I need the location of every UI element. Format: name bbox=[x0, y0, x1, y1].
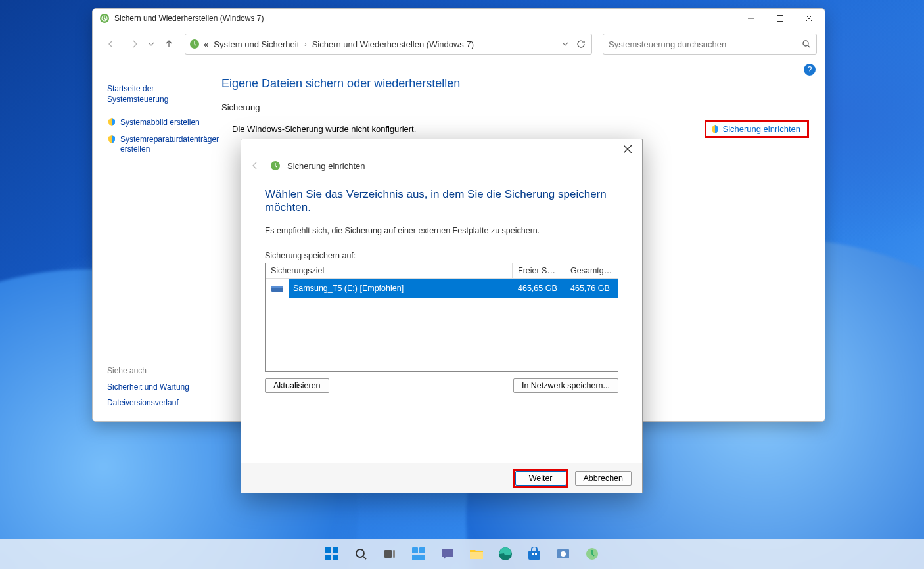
dialog-heading: Wählen Sie das Verzeichnis aus, in dem S… bbox=[265, 188, 618, 214]
svg-rect-12 bbox=[384, 550, 392, 558]
refresh-drives-button[interactable]: Aktualisieren bbox=[265, 378, 329, 393]
edge-icon[interactable] bbox=[493, 541, 518, 566]
widgets-icon[interactable] bbox=[406, 541, 431, 566]
breadcrumb-root-sep: « bbox=[204, 39, 208, 49]
task-view-icon[interactable] bbox=[377, 541, 402, 566]
help-icon[interactable]: ? bbox=[804, 64, 816, 76]
svg-rect-7 bbox=[325, 547, 331, 553]
window-title: Sichern und Wiederherstellen (Windows 7) bbox=[114, 14, 264, 23]
backup-app-icon bbox=[270, 160, 281, 171]
search-input[interactable] bbox=[609, 39, 802, 49]
close-button[interactable] bbox=[795, 9, 823, 28]
search-box[interactable] bbox=[603, 34, 817, 55]
sidebar-security-maintenance[interactable]: Sicherheit und Wartung bbox=[107, 379, 212, 395]
svg-rect-15 bbox=[419, 547, 425, 553]
drives-table-label: Sicherung speichern auf: bbox=[265, 251, 618, 260]
svg-rect-10 bbox=[333, 555, 338, 560]
sidebar-cp-home[interactable]: Startseite der Systemsteuerung bbox=[107, 81, 212, 108]
svg-rect-20 bbox=[528, 551, 540, 560]
taskbar-search-icon[interactable] bbox=[348, 541, 373, 566]
shield-icon bbox=[107, 135, 116, 144]
maximize-button[interactable] bbox=[766, 9, 795, 28]
svg-rect-13 bbox=[393, 550, 395, 558]
dialog-title: Sicherung einrichten bbox=[287, 161, 365, 171]
sidebar-see-also-heading: Siehe auch bbox=[107, 362, 212, 379]
svg-rect-21 bbox=[532, 553, 534, 555]
dialog-close-button[interactable] bbox=[617, 141, 638, 157]
backup-app-icon bbox=[189, 39, 200, 49]
column-target[interactable]: Sicherungsziel bbox=[266, 263, 513, 278]
svg-rect-16 bbox=[412, 555, 425, 560]
svg-rect-9 bbox=[325, 555, 331, 560]
svg-rect-1 bbox=[777, 16, 783, 22]
setup-backup-link[interactable]: Sicherung einrichten bbox=[705, 120, 809, 138]
up-button[interactable] bbox=[158, 34, 179, 55]
minimize-button[interactable] bbox=[737, 9, 766, 28]
svg-rect-22 bbox=[535, 553, 537, 555]
column-free-space[interactable]: Freier Spei... bbox=[513, 263, 565, 278]
shield-icon bbox=[107, 118, 116, 127]
drive-free-space: 465,65 GB bbox=[513, 284, 565, 293]
drive-name: Samsung_T5 (E:) [Empfohlen] bbox=[289, 284, 513, 293]
back-button[interactable] bbox=[101, 34, 122, 55]
history-dropdown-icon[interactable] bbox=[148, 41, 156, 47]
taskbar bbox=[0, 539, 924, 569]
svg-rect-18 bbox=[470, 552, 483, 559]
svg-point-3 bbox=[803, 41, 808, 46]
svg-rect-17 bbox=[442, 549, 453, 557]
drive-icon bbox=[271, 284, 284, 293]
sidebar-file-history[interactable]: Dateiversionsverlauf bbox=[107, 395, 212, 411]
setup-backup-dialog: Sicherung einrichten Wählen Sie das Verz… bbox=[241, 139, 643, 493]
svg-rect-8 bbox=[333, 547, 338, 553]
store-icon[interactable] bbox=[522, 541, 547, 566]
dialog-back-button[interactable] bbox=[250, 161, 264, 170]
backup-app-icon bbox=[99, 13, 110, 24]
search-icon[interactable] bbox=[802, 39, 811, 49]
navigation-bar: « System und Sicherheit › Sichern und Wi… bbox=[93, 28, 825, 60]
breadcrumb-current[interactable]: Sichern und Wiederherstellen (Windows 7) bbox=[312, 39, 474, 49]
drives-table: Sicherungsziel Freier Spei... Gesamtgrö.… bbox=[265, 263, 618, 372]
chevron-right-icon: › bbox=[304, 41, 306, 48]
explorer-icon[interactable] bbox=[464, 541, 489, 566]
svg-point-24 bbox=[561, 551, 566, 557]
taskbar-app-2-icon[interactable] bbox=[580, 541, 605, 566]
dialog-description: Es empfiehlt sich, die Sicherung auf ein… bbox=[265, 226, 618, 235]
sidebar: Startseite der Systemsteuerung Systemabb… bbox=[93, 76, 221, 416]
save-network-button[interactable]: In Netzwerk speichern... bbox=[513, 378, 618, 393]
breadcrumb-dropdown-icon[interactable] bbox=[559, 41, 572, 47]
drive-row[interactable]: Samsung_T5 (E:) [Empfohlen] 465,65 GB 46… bbox=[266, 279, 618, 298]
sidebar-create-image[interactable]: Systemabbild erstellen bbox=[107, 114, 212, 131]
drive-total-size: 465,76 GB bbox=[565, 284, 618, 293]
breadcrumb[interactable]: « System und Sicherheit › Sichern und Wi… bbox=[185, 34, 592, 55]
shield-icon bbox=[710, 125, 720, 134]
svg-rect-6 bbox=[271, 286, 283, 288]
sidebar-create-repair-disc[interactable]: Systemreparaturdatenträger erstellen bbox=[107, 131, 212, 158]
forward-button[interactable] bbox=[124, 34, 145, 55]
svg-rect-14 bbox=[412, 547, 418, 553]
section-sicherung-label: Sicherung bbox=[221, 102, 809, 112]
start-button[interactable] bbox=[319, 541, 344, 566]
next-button[interactable]: Weiter bbox=[515, 471, 566, 486]
taskbar-app-1-icon[interactable] bbox=[551, 541, 576, 566]
svg-point-11 bbox=[356, 549, 364, 557]
column-total-size[interactable]: Gesamtgrö... bbox=[565, 263, 618, 278]
cancel-button[interactable]: Abbrechen bbox=[575, 471, 632, 486]
page-heading: Eigene Dateien sichern oder wiederherste… bbox=[221, 77, 809, 91]
backup-status-text: Die Windows-Sicherung wurde nicht konfig… bbox=[232, 124, 416, 134]
chat-icon[interactable] bbox=[435, 541, 460, 566]
refresh-button[interactable] bbox=[574, 39, 588, 49]
titlebar: Sichern und Wiederherstellen (Windows 7) bbox=[93, 9, 825, 28]
breadcrumb-parent[interactable]: System und Sicherheit bbox=[214, 39, 299, 49]
